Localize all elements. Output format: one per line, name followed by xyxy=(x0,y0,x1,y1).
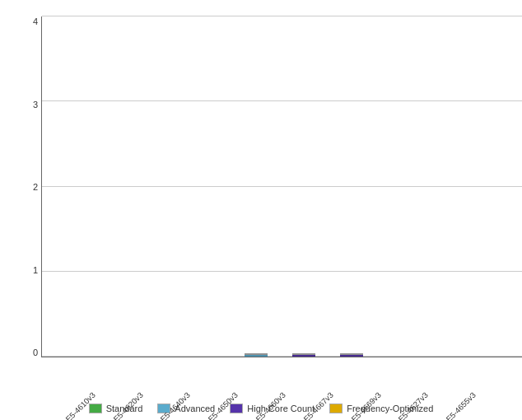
legend-color-box xyxy=(230,404,243,413)
grid-line xyxy=(42,186,522,187)
chart-container: 01234 E5-4610v3E5-4620v3E5-4640v3E5-4650… xyxy=(0,0,522,420)
y-ticks: 01234 xyxy=(21,13,41,399)
y-tick-label: 4 xyxy=(21,16,41,26)
y-tick-label: 3 xyxy=(21,100,41,110)
grid-line xyxy=(42,100,522,101)
y-tick-label: 0 xyxy=(21,348,41,357)
bar-stack xyxy=(340,353,363,357)
bar-stack xyxy=(292,353,315,357)
bars-container: E5-4610v3E5-4620v3E5-4640v3E5-4650v3E5-4… xyxy=(41,16,522,357)
chart-area: 01234 E5-4610v3E5-4620v3E5-4640v3E5-4650… xyxy=(0,13,522,399)
bar-stack xyxy=(245,353,268,357)
legend-label: High Core Count xyxy=(247,404,315,413)
grid-line xyxy=(42,271,522,272)
plot-area: 01234 E5-4610v3E5-4620v3E5-4640v3E5-4650… xyxy=(21,13,522,399)
legend-color-box xyxy=(89,404,102,413)
grid-line xyxy=(42,356,522,357)
bar-group: E5-4667v3 xyxy=(292,353,315,357)
grid-line xyxy=(42,16,522,16)
y-tick-label: 2 xyxy=(21,182,41,192)
bar-group: E5-4660v3 xyxy=(245,353,268,357)
y-axis-label xyxy=(3,13,21,399)
legend-color-box xyxy=(329,404,343,413)
bar-segment xyxy=(340,355,363,357)
bar-segment xyxy=(292,355,315,357)
bar-segment xyxy=(245,355,268,357)
y-tick-label: 1 xyxy=(21,265,41,275)
bar-group: E5-4669v3 xyxy=(340,353,363,357)
y-ticks-and-bars: 01234 E5-4610v3E5-4620v3E5-4640v3E5-4650… xyxy=(21,13,522,399)
